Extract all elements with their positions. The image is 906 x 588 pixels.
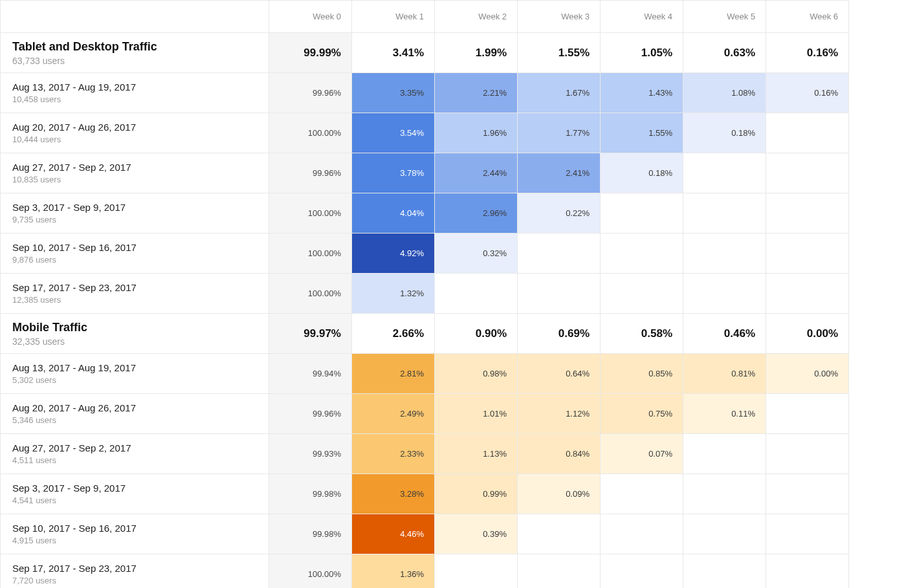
cohort-cell[interactable] [683, 274, 766, 314]
cohort-cell[interactable]: 0.00% [766, 354, 849, 394]
cohort-cell[interactable]: 1.43% [601, 73, 683, 113]
cohort-cell[interactable]: 0.18% [683, 113, 766, 153]
group-summary-cell[interactable]: 1.05% [601, 33, 683, 73]
cohort-cell[interactable]: 0.11% [683, 394, 766, 434]
cohort-cell[interactable] [766, 474, 849, 514]
cohort-cell[interactable]: 0.18% [601, 153, 683, 193]
cohort-cell[interactable]: 0.99% [435, 474, 518, 514]
cohort-cell[interactable] [766, 153, 849, 193]
cohort-cell[interactable] [601, 554, 683, 589]
cohort-label-cell[interactable]: Sep 3, 2017 - Sep 9, 20174,541 users [1, 474, 269, 514]
cohort-cell[interactable]: 1.77% [518, 113, 601, 153]
col-week-6[interactable]: Week 6 [766, 1, 849, 33]
group-summary-cell[interactable]: 0.63% [683, 33, 766, 73]
cohort-cell[interactable]: 1.13% [435, 434, 518, 474]
cohort-cell[interactable] [601, 274, 683, 314]
cohort-cell[interactable]: 99.98% [269, 514, 352, 554]
cohort-cell[interactable]: 0.09% [518, 474, 601, 514]
cohort-cell[interactable] [683, 434, 766, 474]
group-summary-cell[interactable]: 0.16% [766, 33, 849, 73]
cohort-cell[interactable]: 3.78% [352, 153, 435, 193]
cohort-cell[interactable] [518, 234, 601, 274]
cohort-cell[interactable] [601, 514, 683, 554]
group-summary-cell[interactable]: 3.41% [352, 33, 435, 73]
cohort-cell[interactable]: 3.35% [352, 73, 435, 113]
group-summary-cell[interactable]: 1.55% [518, 33, 601, 73]
cohort-cell[interactable] [518, 514, 601, 554]
cohort-cell[interactable]: 0.07% [601, 434, 683, 474]
cohort-cell[interactable]: 1.55% [601, 113, 683, 153]
cohort-cell[interactable]: 99.94% [269, 354, 352, 394]
cohort-cell[interactable]: 2.81% [352, 354, 435, 394]
cohort-cell[interactable]: 4.04% [352, 193, 435, 234]
cohort-cell[interactable] [683, 474, 766, 514]
cohort-cell[interactable] [518, 274, 601, 314]
cohort-cell[interactable] [683, 153, 766, 193]
cohort-cell[interactable]: 0.32% [435, 234, 518, 274]
cohort-cell[interactable]: 1.01% [435, 394, 518, 434]
cohort-cell[interactable] [766, 554, 849, 589]
cohort-cell[interactable] [766, 394, 849, 434]
cohort-cell[interactable]: 0.64% [518, 354, 601, 394]
cohort-label-cell[interactable]: Aug 13, 2017 - Aug 19, 201710,458 users [1, 73, 269, 113]
cohort-cell[interactable]: 2.21% [435, 73, 518, 113]
cohort-label-cell[interactable]: Sep 17, 2017 - Sep 23, 201712,385 users [1, 274, 269, 314]
cohort-cell[interactable]: 1.96% [435, 113, 518, 153]
cohort-cell[interactable]: 4.46% [352, 514, 435, 554]
cohort-cell[interactable]: 99.96% [269, 153, 352, 193]
cohort-cell[interactable] [435, 554, 518, 589]
cohort-cell[interactable] [683, 193, 766, 234]
cohort-cell[interactable]: 99.96% [269, 394, 352, 434]
cohort-cell[interactable] [683, 234, 766, 274]
cohort-cell[interactable]: 1.08% [683, 73, 766, 113]
cohort-cell[interactable] [766, 234, 849, 274]
cohort-cell[interactable] [435, 274, 518, 314]
cohort-cell[interactable]: 0.84% [518, 434, 601, 474]
cohort-cell[interactable]: 100.00% [269, 234, 352, 274]
cohort-cell[interactable]: 1.36% [352, 554, 435, 589]
col-week-3[interactable]: Week 3 [518, 1, 601, 33]
group-summary-cell[interactable]: 2.66% [352, 314, 435, 354]
group-summary-cell[interactable]: 0.90% [435, 314, 518, 354]
cohort-label-cell[interactable]: Aug 20, 2017 - Aug 26, 201710,444 users [1, 113, 269, 153]
cohort-cell[interactable] [766, 193, 849, 234]
cohort-label-cell[interactable]: Sep 3, 2017 - Sep 9, 20179,735 users [1, 193, 269, 234]
cohort-cell[interactable]: 2.44% [435, 153, 518, 193]
group-summary-cell[interactable]: 0.46% [683, 314, 766, 354]
cohort-cell[interactable] [683, 554, 766, 589]
cohort-cell[interactable]: 0.22% [518, 193, 601, 234]
cohort-label-cell[interactable]: Sep 10, 2017 - Sep 16, 20174,915 users [1, 514, 269, 554]
cohort-cell[interactable] [766, 514, 849, 554]
cohort-cell[interactable]: 1.32% [352, 274, 435, 314]
cohort-cell[interactable] [683, 514, 766, 554]
col-week-5[interactable]: Week 5 [683, 1, 766, 33]
cohort-label-cell[interactable]: Aug 20, 2017 - Aug 26, 20175,346 users [1, 394, 269, 434]
group-summary-cell[interactable]: 99.99% [269, 33, 352, 73]
cohort-cell[interactable]: 3.54% [352, 113, 435, 153]
cohort-cell[interactable] [766, 274, 849, 314]
cohort-cell[interactable] [601, 234, 683, 274]
cohort-cell[interactable]: 0.75% [601, 394, 683, 434]
cohort-cell[interactable]: 0.98% [435, 354, 518, 394]
cohort-cell[interactable]: 100.00% [269, 113, 352, 153]
cohort-cell[interactable] [601, 193, 683, 234]
cohort-cell[interactable]: 99.98% [269, 474, 352, 514]
cohort-cell[interactable]: 2.96% [435, 193, 518, 234]
cohort-cell[interactable]: 100.00% [269, 274, 352, 314]
group-label-cell[interactable]: Mobile Traffic32,335 users [1, 314, 269, 354]
group-label-cell[interactable]: Tablet and Desktop Traffic63,733 users [1, 33, 269, 73]
cohort-label-cell[interactable]: Sep 17, 2017 - Sep 23, 20177,720 users [1, 554, 269, 589]
cohort-label-cell[interactable]: Aug 27, 2017 - Sep 2, 20174,511 users [1, 434, 269, 474]
cohort-cell[interactable]: 0.81% [683, 354, 766, 394]
col-week-4[interactable]: Week 4 [601, 1, 683, 33]
cohort-cell[interactable] [766, 113, 849, 153]
col-week-2[interactable]: Week 2 [435, 1, 518, 33]
group-summary-cell[interactable]: 0.69% [518, 314, 601, 354]
col-week-0[interactable]: Week 0 [269, 1, 352, 33]
cohort-cell[interactable]: 99.96% [269, 73, 352, 113]
group-summary-cell[interactable]: 0.58% [601, 314, 683, 354]
cohort-cell[interactable] [766, 434, 849, 474]
cohort-cell[interactable] [518, 554, 601, 589]
cohort-cell[interactable]: 1.67% [518, 73, 601, 113]
cohort-cell[interactable]: 2.41% [518, 153, 601, 193]
